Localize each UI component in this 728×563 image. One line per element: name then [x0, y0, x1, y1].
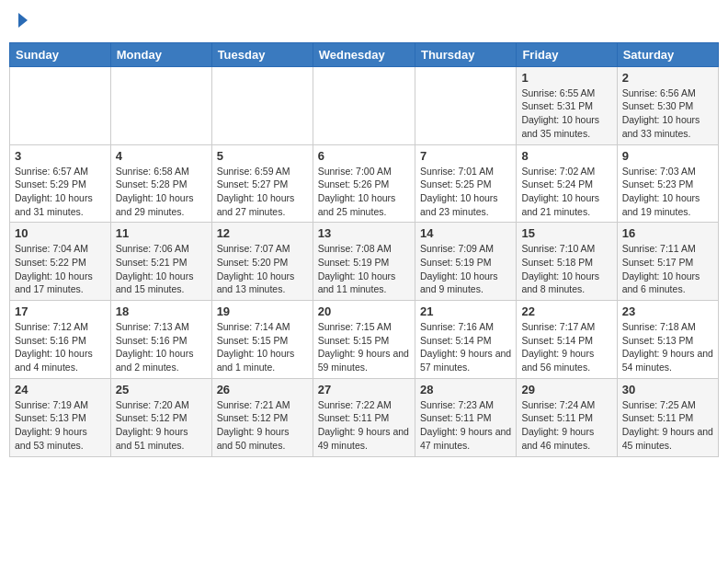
calendar-cell: 21Sunrise: 7:16 AM Sunset: 5:14 PM Dayli… — [415, 301, 516, 379]
day-info: Sunrise: 7:25 AM Sunset: 5:11 PM Dayligh… — [622, 398, 713, 453]
day-info: Sunrise: 7:24 AM Sunset: 5:11 PM Dayligh… — [521, 398, 611, 453]
calendar-cell: 3Sunrise: 6:57 AM Sunset: 5:29 PM Daylig… — [10, 144, 111, 223]
day-info: Sunrise: 7:16 AM Sunset: 5:14 PM Dayligh… — [420, 320, 511, 374]
calendar-cell: 23Sunrise: 7:18 AM Sunset: 5:13 PM Dayli… — [617, 301, 718, 379]
day-header-wednesday: Wednesday — [313, 42, 415, 66]
day-info: Sunrise: 7:20 AM Sunset: 5:12 PM Dayligh… — [116, 398, 207, 453]
logo-arrow-icon — [18, 13, 28, 28]
calendar-cell — [415, 66, 516, 144]
calendar-week-4: 17Sunrise: 7:12 AM Sunset: 5:16 PM Dayli… — [10, 301, 719, 379]
calendar-cell: 22Sunrise: 7:17 AM Sunset: 5:14 PM Dayli… — [517, 301, 617, 379]
calendar-cell: 16Sunrise: 7:11 AM Sunset: 5:17 PM Dayli… — [617, 223, 718, 301]
day-number: 13 — [318, 226, 410, 240]
day-number: 26 — [217, 383, 308, 396]
calendar-body: 1Sunrise: 6:55 AM Sunset: 5:31 PM Daylig… — [10, 66, 719, 456]
page-header — [9, 9, 719, 35]
day-info: Sunrise: 7:21 AM Sunset: 5:12 PM Dayligh… — [217, 398, 308, 453]
calendar-cell: 12Sunrise: 7:07 AM Sunset: 5:20 PM Dayli… — [211, 223, 313, 301]
day-info: Sunrise: 6:57 AM Sunset: 5:29 PM Dayligh… — [15, 165, 106, 219]
calendar-cell: 30Sunrise: 7:25 AM Sunset: 5:11 PM Dayli… — [617, 378, 718, 456]
calendar-cell: 29Sunrise: 7:24 AM Sunset: 5:11 PM Dayli… — [517, 378, 617, 456]
calendar-cell: 18Sunrise: 7:13 AM Sunset: 5:16 PM Dayli… — [110, 301, 211, 379]
calendar-cell: 14Sunrise: 7:09 AM Sunset: 5:19 PM Dayli… — [415, 223, 516, 301]
day-header-sunday: Sunday — [10, 42, 111, 66]
calendar-cell: 19Sunrise: 7:14 AM Sunset: 5:15 PM Dayli… — [211, 301, 313, 379]
day-info: Sunrise: 7:22 AM Sunset: 5:11 PM Dayligh… — [318, 398, 410, 453]
day-number: 8 — [521, 149, 611, 163]
calendar-cell: 5Sunrise: 6:59 AM Sunset: 5:27 PM Daylig… — [211, 144, 313, 223]
day-number: 21 — [420, 304, 511, 318]
calendar-cell: 6Sunrise: 7:00 AM Sunset: 5:26 PM Daylig… — [313, 144, 415, 223]
day-number: 16 — [622, 226, 713, 240]
calendar-cell: 27Sunrise: 7:22 AM Sunset: 5:11 PM Dayli… — [313, 378, 415, 456]
calendar-cell: 15Sunrise: 7:10 AM Sunset: 5:18 PM Dayli… — [517, 223, 617, 301]
day-number: 14 — [420, 226, 511, 240]
day-info: Sunrise: 7:00 AM Sunset: 5:26 PM Dayligh… — [318, 165, 410, 219]
calendar-week-5: 24Sunrise: 7:19 AM Sunset: 5:13 PM Dayli… — [10, 378, 719, 456]
day-info: Sunrise: 7:07 AM Sunset: 5:20 PM Dayligh… — [217, 242, 308, 296]
day-number: 10 — [15, 226, 106, 240]
calendar-cell — [313, 66, 415, 144]
day-number: 11 — [116, 226, 207, 240]
day-number: 1 — [521, 71, 611, 85]
day-info: Sunrise: 6:59 AM Sunset: 5:27 PM Dayligh… — [217, 165, 308, 219]
day-info: Sunrise: 7:06 AM Sunset: 5:21 PM Dayligh… — [116, 242, 207, 296]
calendar-cell: 8Sunrise: 7:02 AM Sunset: 5:24 PM Daylig… — [517, 144, 617, 223]
calendar-cell: 7Sunrise: 7:01 AM Sunset: 5:25 PM Daylig… — [415, 144, 516, 223]
calendar-cell: 10Sunrise: 7:04 AM Sunset: 5:22 PM Dayli… — [10, 223, 111, 301]
calendar-cell: 17Sunrise: 7:12 AM Sunset: 5:16 PM Dayli… — [10, 301, 111, 379]
day-number: 9 — [622, 149, 713, 163]
calendar-cell: 20Sunrise: 7:15 AM Sunset: 5:15 PM Dayli… — [313, 301, 415, 379]
day-number: 6 — [318, 149, 410, 163]
day-header-tuesday: Tuesday — [211, 42, 313, 66]
day-number: 12 — [217, 226, 308, 240]
day-number: 20 — [318, 304, 410, 318]
calendar-cell: 1Sunrise: 6:55 AM Sunset: 5:31 PM Daylig… — [517, 66, 617, 144]
day-info: Sunrise: 7:15 AM Sunset: 5:15 PM Dayligh… — [318, 320, 410, 374]
day-info: Sunrise: 7:23 AM Sunset: 5:11 PM Dayligh… — [420, 398, 511, 453]
day-info: Sunrise: 7:13 AM Sunset: 5:16 PM Dayligh… — [116, 320, 207, 374]
day-info: Sunrise: 6:55 AM Sunset: 5:31 PM Dayligh… — [521, 86, 611, 141]
day-number: 29 — [521, 383, 611, 396]
day-info: Sunrise: 7:14 AM Sunset: 5:15 PM Dayligh… — [217, 320, 308, 374]
day-info: Sunrise: 7:19 AM Sunset: 5:13 PM Dayligh… — [15, 398, 106, 453]
calendar-cell: 13Sunrise: 7:08 AM Sunset: 5:19 PM Dayli… — [313, 223, 415, 301]
calendar-cell: 24Sunrise: 7:19 AM Sunset: 5:13 PM Dayli… — [10, 378, 111, 456]
calendar-cell: 28Sunrise: 7:23 AM Sunset: 5:11 PM Dayli… — [415, 378, 516, 456]
day-number: 15 — [521, 226, 611, 240]
day-header-monday: Monday — [110, 42, 211, 66]
day-info: Sunrise: 7:08 AM Sunset: 5:19 PM Dayligh… — [318, 242, 410, 296]
day-info: Sunrise: 7:17 AM Sunset: 5:14 PM Dayligh… — [521, 320, 611, 374]
day-info: Sunrise: 7:02 AM Sunset: 5:24 PM Dayligh… — [521, 165, 611, 219]
day-number: 17 — [15, 304, 106, 318]
calendar-cell: 26Sunrise: 7:21 AM Sunset: 5:12 PM Dayli… — [211, 378, 313, 456]
day-number: 28 — [420, 383, 511, 396]
day-info: Sunrise: 7:11 AM Sunset: 5:17 PM Dayligh… — [622, 242, 713, 296]
day-info: Sunrise: 7:12 AM Sunset: 5:16 PM Dayligh… — [15, 320, 106, 374]
day-header-saturday: Saturday — [617, 42, 718, 66]
day-number: 25 — [116, 383, 207, 396]
day-header-friday: Friday — [517, 42, 617, 66]
day-number: 18 — [116, 304, 207, 318]
day-info: Sunrise: 7:18 AM Sunset: 5:13 PM Dayligh… — [622, 320, 713, 374]
day-number: 27 — [318, 383, 410, 396]
calendar-cell — [211, 66, 313, 144]
calendar-cell: 2Sunrise: 6:56 AM Sunset: 5:30 PM Daylig… — [617, 66, 718, 144]
day-number: 23 — [622, 304, 713, 318]
calendar-cell: 25Sunrise: 7:20 AM Sunset: 5:12 PM Dayli… — [110, 378, 211, 456]
day-info: Sunrise: 6:58 AM Sunset: 5:28 PM Dayligh… — [116, 165, 207, 219]
day-header-thursday: Thursday — [415, 42, 516, 66]
day-number: 22 — [521, 304, 611, 318]
logo — [17, 13, 28, 31]
calendar-week-1: 1Sunrise: 6:55 AM Sunset: 5:31 PM Daylig… — [10, 66, 719, 144]
calendar-cell: 11Sunrise: 7:06 AM Sunset: 5:21 PM Dayli… — [110, 223, 211, 301]
day-number: 7 — [420, 149, 511, 163]
calendar-week-3: 10Sunrise: 7:04 AM Sunset: 5:22 PM Dayli… — [10, 223, 719, 301]
day-number: 2 — [622, 71, 713, 85]
day-info: Sunrise: 7:10 AM Sunset: 5:18 PM Dayligh… — [521, 242, 611, 296]
day-number: 3 — [15, 149, 106, 163]
calendar-cell: 4Sunrise: 6:58 AM Sunset: 5:28 PM Daylig… — [110, 144, 211, 223]
calendar-cell: 9Sunrise: 7:03 AM Sunset: 5:23 PM Daylig… — [617, 144, 718, 223]
day-info: Sunrise: 7:09 AM Sunset: 5:19 PM Dayligh… — [420, 242, 511, 296]
days-of-week-row: SundayMondayTuesdayWednesdayThursdayFrid… — [10, 42, 719, 66]
